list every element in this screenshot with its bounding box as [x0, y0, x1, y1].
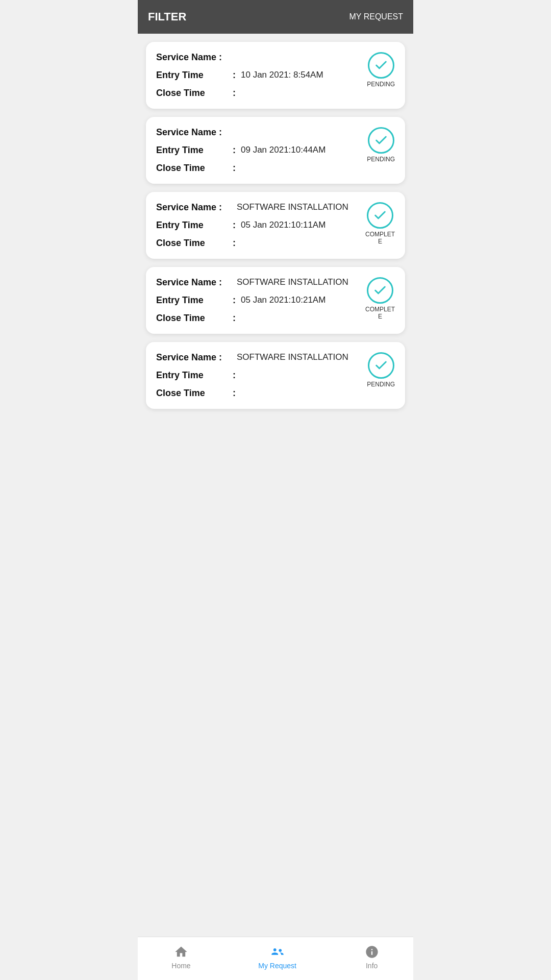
service-card-2[interactable]: PENDING Service Name : Entry Time : 09 J… [146, 117, 405, 184]
close-time-colon-5: : [233, 388, 236, 399]
header-right-text: MY REQUEST [349, 12, 404, 21]
field-service-name-4: Service Name : SOFTWARE INSTALLATION [156, 277, 395, 288]
entry-time-colon-2: : [233, 145, 236, 156]
status-container-1: PENDING [367, 52, 395, 88]
status-circle-2 [368, 127, 394, 154]
field-service-name-2: Service Name : [156, 127, 395, 138]
field-service-name-5: Service Name : SOFTWARE INSTALLATION [156, 352, 395, 363]
my-request-icon [270, 944, 285, 960]
service-card-4[interactable]: COMPLETE Service Name : SOFTWARE INSTALL… [146, 267, 405, 334]
status-container-2: PENDING [367, 127, 395, 163]
service-name-label-5: Service Name : [156, 352, 233, 363]
entry-time-label-3: Entry Time [156, 220, 233, 231]
close-time-label-4: Close Time [156, 313, 233, 324]
service-card-1[interactable]: PENDING Service Name : Entry Time : 10 J… [146, 42, 405, 109]
close-time-label-3: Close Time [156, 238, 233, 249]
field-close-time-3: Close Time : [156, 238, 395, 249]
bottom-nav: Home My Request Info [138, 937, 413, 980]
service-card-3[interactable]: COMPLETE Service Name : SOFTWARE INSTALL… [146, 192, 405, 259]
close-time-colon-1: : [233, 88, 236, 99]
entry-time-label-1: Entry Time [156, 70, 233, 81]
close-time-label-2: Close Time [156, 163, 233, 174]
status-container-5: PENDING [367, 352, 395, 388]
entry-time-label-4: Entry Time [156, 295, 233, 306]
status-circle-5 [368, 352, 394, 379]
close-time-colon-3: : [233, 238, 236, 249]
nav-info-label: Info [366, 962, 378, 970]
service-card-5[interactable]: PENDING Service Name : SOFTWARE INSTALLA… [146, 342, 405, 409]
field-entry-time-1: Entry Time : 10 Jan 2021: 8:54AM [156, 70, 395, 81]
nav-home[interactable]: Home [161, 942, 201, 972]
service-name-label-2: Service Name : [156, 127, 233, 138]
status-circle-3 [367, 202, 393, 229]
status-label-4: COMPLETE [365, 306, 395, 320]
status-circle-4 [367, 277, 393, 304]
status-circle-1 [368, 52, 394, 79]
service-name-label-4: Service Name : [156, 277, 233, 288]
status-label-3: COMPLETE [365, 231, 395, 245]
field-entry-time-4: Entry Time : 05 Jan 2021:10:21AM [156, 295, 395, 306]
entry-time-colon-5: : [233, 370, 236, 381]
close-time-label-5: Close Time [156, 388, 233, 399]
status-label-2: PENDING [367, 156, 395, 163]
field-entry-time-5: Entry Time : [156, 370, 395, 381]
entry-time-colon-4: : [233, 295, 236, 306]
nav-my-request-label: My Request [258, 962, 296, 970]
field-close-time-5: Close Time : [156, 388, 395, 399]
nav-info[interactable]: Info [354, 942, 390, 972]
entry-time-label-2: Entry Time [156, 145, 233, 156]
field-close-time-2: Close Time : [156, 163, 395, 174]
service-name-label-1: Service Name : [156, 52, 233, 63]
status-container-3: COMPLETE [365, 202, 395, 245]
close-time-colon-2: : [233, 163, 236, 174]
status-label-5: PENDING [367, 381, 395, 388]
home-icon [173, 944, 189, 960]
field-close-time-4: Close Time : [156, 313, 395, 324]
service-name-label-3: Service Name : [156, 202, 233, 213]
field-entry-time-3: Entry Time : 05 Jan 2021:10:11AM [156, 220, 395, 231]
status-label-1: PENDING [367, 81, 395, 88]
status-container-4: COMPLETE [365, 277, 395, 320]
close-time-colon-4: : [233, 313, 236, 324]
cards-container: PENDING Service Name : Entry Time : 10 J… [138, 34, 413, 417]
field-entry-time-2: Entry Time : 09 Jan 2021:10:44AM [156, 145, 395, 156]
close-time-label-1: Close Time [156, 88, 233, 99]
nav-home-label: Home [171, 962, 190, 970]
entry-time-colon-1: : [233, 70, 236, 81]
field-service-name-3: Service Name : SOFTWARE INSTALLATION [156, 202, 395, 213]
header-title: FILTER [148, 10, 186, 23]
info-icon [364, 944, 380, 960]
app-header: FILTER MY REQUEST [138, 0, 413, 34]
field-close-time-1: Close Time : [156, 88, 395, 99]
field-service-name-1: Service Name : [156, 52, 395, 63]
entry-time-colon-3: : [233, 220, 236, 231]
nav-my-request[interactable]: My Request [248, 942, 307, 972]
entry-time-label-5: Entry Time [156, 370, 233, 381]
